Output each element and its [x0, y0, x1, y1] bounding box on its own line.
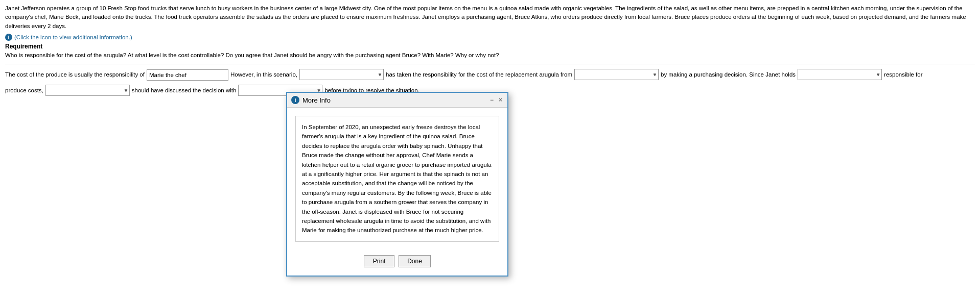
context-text-content: Janet Jefferson operates a group of 10 F…	[5, 5, 966, 29]
modal-close-button[interactable]: ×	[498, 96, 503, 104]
dropdown-wrapper-1: Bruce the purchasing agent Marie the che…	[299, 68, 384, 81]
answer-text-2: has taken the responsibility for the cos…	[386, 68, 572, 81]
modal-print-button[interactable]: Print	[364, 255, 394, 267]
info-link-text[interactable]: (Click the icon to view additional infor…	[14, 34, 132, 40]
page-wrapper: Janet Jefferson operates a group of 10 F…	[0, 0, 980, 300]
answer-text-4: responsible for	[884, 68, 922, 81]
answer-text-3: by making a purchasing decision. Since J…	[661, 68, 796, 81]
dropdown-wrapper-3: Bruce the purchasing agent Marie the che…	[798, 68, 882, 81]
modal-header-left: i More Info	[291, 96, 331, 104]
modal-controls: − ×	[489, 96, 503, 104]
requirement-section: Requirement Who is responsible for the c…	[5, 43, 975, 60]
info-icon[interactable]: i	[5, 34, 12, 41]
requirement-text: Who is responsible for the cost of the a…	[5, 51, 975, 60]
modal-footer: Print Done	[287, 250, 507, 276]
answer-text-6: should have discussed the decision with	[132, 84, 237, 97]
dropdown-3[interactable]: Bruce the purchasing agent Marie the che…	[798, 69, 882, 80]
dropdown-wrapper-4: Bruce the purchasing agent Marie the che…	[45, 84, 130, 97]
modal-body: In September of 2020, an unexpected earl…	[287, 108, 507, 250]
modal-content-text: In September of 2020, an unexpected earl…	[295, 116, 499, 242]
requirement-label: Requirement	[5, 43, 975, 50]
modal-info-icon: i	[291, 96, 299, 104]
answer-text-1b: However, in this scenario,	[230, 68, 297, 81]
modal-minimize-button[interactable]: −	[489, 96, 495, 104]
modal-header: i More Info − ×	[287, 93, 507, 108]
modal-title: More Info	[302, 96, 331, 104]
more-info-modal: i More Info − × In September of 2020, an…	[286, 92, 508, 277]
divider	[5, 64, 975, 64]
chef-name-input[interactable]	[147, 69, 228, 81]
dropdown-wrapper-2: Bruce the purchasing agent Marie the che…	[574, 68, 659, 81]
dropdown-1[interactable]: Bruce the purchasing agent Marie the che…	[299, 69, 384, 80]
modal-done-button[interactable]: Done	[399, 255, 431, 267]
dropdown-2[interactable]: Bruce the purchasing agent Marie the che…	[574, 69, 659, 80]
info-row: i (Click the icon to view additional inf…	[5, 34, 975, 41]
answer-text-1a: The cost of the produce is usually the r…	[5, 68, 145, 81]
dropdown-4[interactable]: Bruce the purchasing agent Marie the che…	[45, 85, 130, 96]
answer-text-5: produce costs,	[5, 84, 43, 97]
answer-row-1: The cost of the produce is usually the r…	[5, 68, 975, 81]
context-paragraph: Janet Jefferson operates a group of 10 F…	[5, 4, 975, 31]
